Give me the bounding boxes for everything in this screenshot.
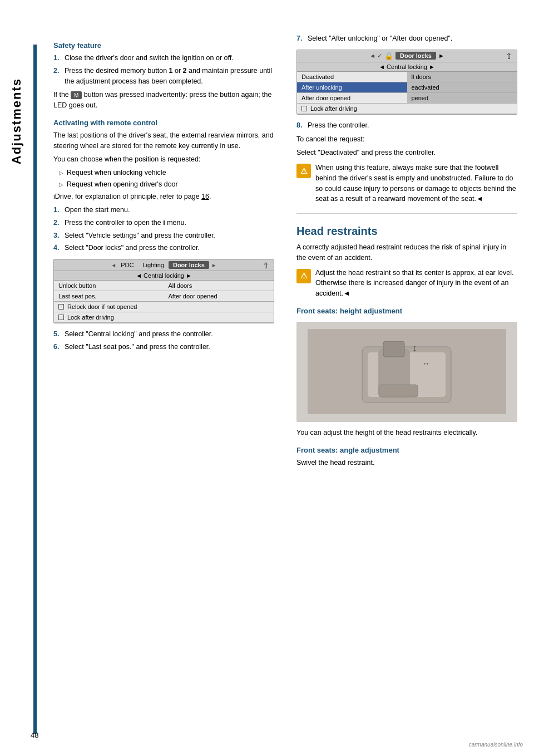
screen-top-bar-2: ◄ ✓ 🔒 Door locks ► ⇧ — [297, 50, 517, 62]
svg-text:↕: ↕ — [412, 342, 417, 354]
tab-lighting: Lighting — [138, 262, 169, 268]
screen-row-after-unlocking: After unlocking eactivated — [297, 82, 517, 93]
step-text: Press the desired memory button 1 or 2 a… — [65, 66, 274, 87]
activating-intro: The last positions of the driver's seat,… — [53, 130, 274, 151]
tab-arrow-right-2: ► — [438, 52, 444, 59]
page-number: 48 — [31, 731, 38, 739]
bottom-logo: carmanualsonline.info — [469, 742, 523, 748]
relock-label: Relock door if not opened — [67, 303, 137, 310]
checkbox-lock-after — [58, 315, 64, 320]
safety-step-2: 2. Press the desired memory button 1 or … — [53, 66, 274, 87]
cell-ll-doors: ll doors — [407, 72, 517, 82]
steps-after-screen1: 5. Select "Central locking" and press th… — [53, 329, 274, 352]
step-num: 2. — [53, 66, 62, 87]
tab-door-locks-2: Door locks — [395, 52, 436, 60]
screen-mockup-1: ◄ PDC Lighting Door locks ► ⇧ ◄ Central … — [53, 259, 274, 323]
step8-list: 8. Press the controller. — [296, 120, 517, 131]
screen-icon-2: ⇧ — [506, 52, 512, 61]
cancel-instruction: Select "Deactivated" and press the contr… — [296, 148, 517, 158]
cell-eactivated: eactivated — [407, 82, 517, 92]
image-inner: ↕ ↔ — [308, 329, 506, 414]
warning-box-2: ⚠ Adjust the head restraint so that its … — [296, 268, 517, 299]
svg-rect-3 — [383, 341, 404, 357]
bullet-item-1: Request when unlocking vehicle — [59, 168, 274, 178]
screen-lock-row-2: Lock after driving — [297, 104, 517, 114]
cell-deactivated: Deactivated — [297, 72, 407, 82]
main-content: Safety feature 1. Close the driver's doo… — [37, 33, 534, 734]
screen-row-after-door-opened: After door opened pened — [297, 93, 517, 104]
cell-unlock-button: Unlock button — [54, 281, 164, 291]
cell-after-door: After door opened — [164, 291, 274, 301]
activating-step-1: 1. Open the start menu. — [53, 205, 274, 215]
screen-row-2: Last seat pos. After door opened — [54, 291, 274, 302]
sidebar: Adjustments — [0, 33, 33, 734]
svg-text:↔: ↔ — [422, 359, 430, 368]
step-5: 5. Select "Central locking" and press th… — [53, 329, 274, 340]
checkbox-relock — [58, 304, 64, 310]
activating-section: Activating with remote control The last … — [53, 119, 274, 253]
cell-pened: pened — [407, 93, 517, 103]
left-column: Safety feature 1. Close the driver's doo… — [48, 33, 285, 734]
choose-text: You can choose when the position is requ… — [53, 154, 274, 165]
step-7: 7. Select "After unlocking" or "After do… — [296, 33, 517, 44]
lock-after-label: Lock after driving — [67, 314, 114, 321]
step-num: 1. — [53, 53, 62, 63]
lock-icon: 🔒 — [384, 52, 393, 60]
lock-after-label-2: Lock after driving — [310, 105, 357, 112]
activating-heading: Activating with remote control — [53, 119, 274, 127]
warning-box-1: ⚠ When using this feature, always make s… — [296, 163, 517, 204]
cell-after-unlocking: After unlocking — [297, 82, 407, 92]
activating-steps: 1. Open the start menu. 2. Press the con… — [53, 205, 274, 253]
check-icon: ◄ ✓ — [369, 52, 382, 60]
step-8: 8. Press the controller. — [296, 120, 517, 131]
right-column: 7. Select "After unlocking" or "After do… — [285, 33, 523, 734]
screen-lock-after-row: Lock after driving — [54, 312, 274, 323]
warning-icon-1: ⚠ — [296, 164, 311, 178]
cell-last-seat: Last seat pos. — [54, 291, 164, 301]
checkbox-lock-after-2 — [301, 106, 307, 111]
section-divider — [296, 213, 517, 214]
warning-text-2: Adjust the head restraint so that its ce… — [315, 268, 517, 299]
step-6: 6. Select "Last seat pos." and press the… — [53, 342, 274, 352]
if-button-text: If the M button was pressed inadvertentl… — [53, 90, 274, 111]
screen-row-deactivated: Deactivated ll doors — [297, 72, 517, 82]
height-caption: You can adjust the height of the head re… — [296, 428, 517, 438]
screen-sub-bar-2: ◄ Central locking ► — [297, 62, 517, 72]
front-seats-height-heading: Front seats: height adjustment — [296, 307, 517, 315]
safety-feature-section: Safety feature 1. Close the driver's doo… — [53, 41, 274, 111]
screen-mockup-2: ◄ ✓ 🔒 Door locks ► ⇧ ◄ Central locking ►… — [296, 50, 517, 115]
step-text: Close the driver's door and switch the i… — [65, 53, 234, 63]
activating-step-3: 3. Select "Vehicle settings" and press t… — [53, 230, 274, 241]
safety-feature-heading: Safety feature — [53, 41, 274, 50]
head-restraints-section: Head restraints A correctly adjusted hea… — [296, 225, 517, 468]
sidebar-label: Adjustments — [9, 78, 24, 164]
warning-icon-2: ⚠ — [296, 269, 311, 283]
tab-door-locks: Door locks — [169, 261, 209, 269]
activating-step-4: 4. Select "Door locks" and press the con… — [53, 243, 274, 253]
head-restraints-intro: A correctly adjusted head restraint redu… — [296, 242, 517, 263]
front-seats-angle-heading: Front seats: angle adjustment — [296, 446, 517, 454]
activating-bullets: Request when unlocking vehicle Request w… — [59, 168, 274, 189]
tab-arrow-left: ◄ — [111, 262, 116, 268]
head-restraint-image: ↕ ↔ — [296, 322, 517, 422]
cell-after-door-opened: After door opened — [297, 93, 407, 103]
safety-step-1: 1. Close the driver's door and switch th… — [53, 53, 274, 63]
cancel-text: To cancel the request: — [296, 134, 517, 145]
seat-svg: ↕ ↔ — [351, 336, 462, 408]
idrive-ref: iDrive, for explanation of principle, re… — [53, 193, 274, 200]
tab-arrow-right: ► — [211, 262, 217, 268]
step7-list: 7. Select "After unlocking" or "After do… — [296, 33, 517, 44]
head-restraints-heading: Head restraints — [296, 225, 517, 238]
screen-top-bar-1: ◄ PDC Lighting Door locks ► ⇧ — [54, 259, 274, 271]
screen-row-1: Unlock button All doors — [54, 281, 274, 291]
warning-text-1: When using this feature, always make sur… — [315, 163, 517, 204]
cell-all-doors: All doors — [164, 281, 274, 291]
screen-relock-row: Relock door if not opened — [54, 302, 274, 312]
angle-text: Swivel the head restraint. — [296, 458, 517, 468]
svg-rect-4 — [379, 385, 418, 397]
screen-sub-bar-1: ◄ Central locking ► — [54, 271, 274, 281]
safety-feature-steps: 1. Close the driver's door and switch th… — [53, 53, 274, 86]
bullet-item-2: Request when opening driver's door — [59, 180, 274, 190]
screen-icon: ⇧ — [263, 261, 269, 270]
activating-step-2: 2. Press the controller to open the i me… — [53, 218, 274, 228]
